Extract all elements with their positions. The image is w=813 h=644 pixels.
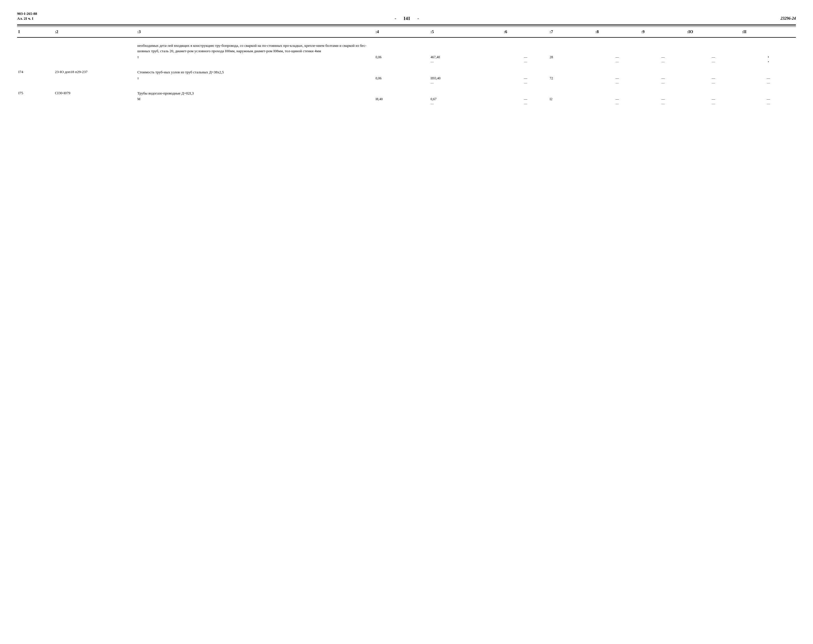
column-header-row: I :2 :3 :4 :5 :6 :7 :8 :9 :IO :II (17, 27, 796, 37)
row-val7: I2 (548, 97, 594, 102)
row-col5 (429, 90, 503, 97)
row-col10 (686, 69, 741, 76)
row-code: 23-IO доп18 п29-237 (54, 69, 136, 76)
row-val4: I8,40 (374, 97, 429, 102)
doc-code: 23296-24 (781, 16, 796, 21)
row-col9 (640, 90, 686, 97)
row-val9: — (640, 76, 686, 81)
row-val5: 467,40 (429, 55, 503, 60)
row-id: I75 (17, 90, 54, 97)
row-val10: — (686, 97, 741, 102)
table-row: I74 23-IO доп18 п29-237 Стоимость труб-н… (17, 69, 796, 76)
row-id (17, 42, 54, 55)
dash2: - (418, 16, 419, 21)
col-header-6: :6 (503, 27, 549, 37)
row-col9 (640, 69, 686, 76)
col-header-9: :9 (640, 27, 686, 37)
col-header-1: I (17, 27, 54, 37)
row-val8: — (594, 55, 640, 60)
table-row: необходимых дета-лей входящих в конструк… (17, 42, 796, 55)
row-description: Трубы водогазо-проводные Д=02I,3 (136, 90, 374, 97)
row-val9: — (640, 55, 686, 60)
row-col8 (594, 42, 640, 55)
row-val10: — (686, 55, 741, 60)
row-val11: — (741, 76, 796, 81)
row-val7: 72 (548, 76, 594, 81)
row-col6 (503, 69, 549, 76)
thick-divider (17, 25, 796, 25)
unit-row: М I8,40 0,67 — I2 — — — — (17, 97, 796, 102)
row-val6: — (503, 55, 549, 60)
row-col6 (503, 42, 549, 55)
row-col4 (374, 42, 429, 55)
col-header-4: :4 (374, 27, 429, 37)
col-header-5: :5 (429, 27, 503, 37)
sub-dash-10: — (686, 60, 741, 64)
col-header-3: :3 (136, 27, 374, 37)
row-code: CI30-I079 (54, 90, 136, 97)
row-col10 (686, 42, 741, 55)
sheet-ref: Ал. 2I ч. I (17, 16, 34, 21)
row-val11: — (741, 97, 796, 102)
row-col7 (548, 42, 594, 55)
row-description: необходимых дета-лей входящих в конструк… (136, 42, 374, 55)
sub-dash-row: — — — — — • (17, 60, 796, 64)
row-unit: т (136, 76, 374, 81)
sub-dash-11: • (741, 60, 796, 64)
row-col11 (741, 90, 796, 97)
row-col5 (429, 69, 503, 76)
row-id: I74 (17, 69, 54, 76)
sub-dash-row: — — — — — — (17, 102, 796, 106)
row-col8 (594, 90, 640, 97)
row-col10 (686, 90, 741, 97)
row-val8: — (594, 97, 640, 102)
row-col8 (594, 69, 640, 76)
row-col11 (741, 42, 796, 55)
row-val8: — (594, 76, 640, 81)
row-col7 (548, 90, 594, 97)
sub-dash-8: — (594, 60, 640, 64)
table-row: I75 CI30-I079 Трубы водогазо-проводные Д… (17, 90, 796, 97)
dash1: - (395, 16, 397, 21)
row-val4: 0,06 (374, 55, 429, 60)
row-val9: — (640, 97, 686, 102)
col-header-2: :2 (54, 27, 136, 37)
row-col5 (429, 42, 503, 55)
row-unit: М (136, 97, 374, 102)
row-val5: II93,40 (429, 76, 503, 81)
row-col4 (374, 69, 429, 76)
sub-dash-5: — (429, 60, 503, 64)
row-col9 (640, 42, 686, 55)
row-val7: 28 (548, 55, 594, 60)
main-table: I :2 :3 :4 :5 :6 :7 :8 :9 :IO :II необхо… (17, 27, 796, 106)
header: 903-I-265-88 Ал. 2I ч. I - I4I - 23296-2… (17, 11, 796, 21)
sub-dash-6: — (503, 60, 549, 64)
sub-dash-9: — (640, 60, 686, 64)
row-val4: 0,06 (374, 76, 429, 81)
row-val6: — (503, 76, 549, 81)
col-header-8: :8 (594, 27, 640, 37)
unit-row: т 0,06 II93,40 — 72 — — — — (17, 76, 796, 81)
row-code (54, 42, 136, 55)
row-col6 (503, 90, 549, 97)
row-unit: т (136, 55, 374, 60)
page-label: I4I (404, 16, 410, 21)
col-header-11: :II (741, 27, 796, 37)
row-col7 (548, 69, 594, 76)
row-col11 (741, 69, 796, 76)
row-val5: 0,67 (429, 97, 503, 102)
row-val6: — (503, 97, 549, 102)
unit-row: т 0,06 467,40 — 28 — — — • (17, 55, 796, 60)
sub-dash-row: — — — — — — (17, 81, 796, 85)
row-val10: — (686, 76, 741, 81)
row-col4 (374, 90, 429, 97)
row-description: Стоимость труб-ных узлов из труб стальны… (136, 69, 374, 76)
col-header-7: :7 (548, 27, 594, 37)
doc-number: 903-I-265-88 (17, 11, 796, 16)
col-header-10: :IO (686, 27, 741, 37)
row-val11: • (741, 55, 796, 60)
